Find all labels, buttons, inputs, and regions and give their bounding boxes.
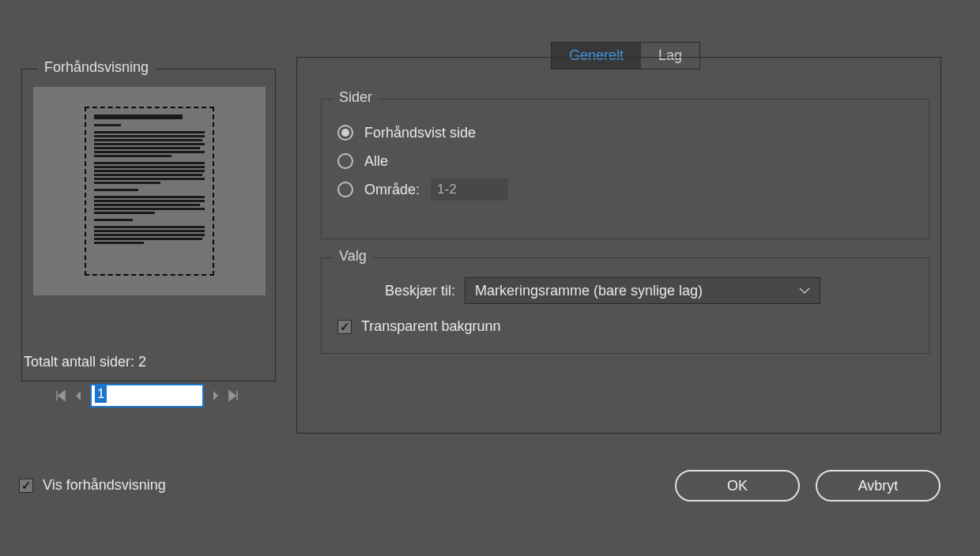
range-input[interactable]: [431, 178, 508, 201]
ok-button[interactable]: OK: [675, 470, 800, 502]
crop-dropdown-value: Markeringsramme (bare synlige lag): [475, 283, 703, 299]
show-preview-row: Vis forhåndsvisning: [19, 477, 166, 494]
crop-label: Beskjær til:: [385, 283, 455, 299]
preview-legend: Forhåndsvisning: [38, 59, 155, 76]
total-pages-label: Totalt antall sider: 2: [24, 354, 146, 370]
transparent-bg-checkbox[interactable]: [337, 320, 352, 334]
next-page-icon[interactable]: [212, 389, 220, 402]
chevron-down-icon: [799, 287, 810, 295]
radio-all[interactable]: [337, 153, 353, 169]
radio-range-label: Område:: [364, 182, 420, 198]
show-preview-label: Vis forhåndsvisning: [43, 477, 166, 494]
radio-previewed[interactable]: [337, 125, 353, 141]
cancel-button[interactable]: Avbryt: [816, 470, 940, 502]
pages-legend: Sider: [333, 89, 379, 106]
transparent-bg-label: Transparent bakgrunn: [361, 318, 500, 335]
pages-group: Sider Forhåndsvist side Alle Område:: [321, 99, 929, 239]
radio-row-range: Område:: [322, 175, 929, 204]
page-input[interactable]: 1: [90, 384, 204, 408]
crop-dropdown[interactable]: Markeringsramme (bare synlige lag): [465, 277, 820, 304]
page-nav: 1: [55, 384, 239, 408]
radio-range[interactable]: [337, 182, 353, 197]
radio-row-previewed: Forhåndsvist side: [322, 118, 929, 147]
preview-area: [33, 87, 266, 295]
dialog-buttons: OK Avbryt: [675, 470, 940, 502]
preview-document: [85, 107, 214, 276]
options-group: Valg Beskjær til: Markeringsramme (bare …: [321, 257, 929, 354]
preview-group: Forhåndsvisning 1: [21, 69, 276, 381]
prev-page-icon[interactable]: [74, 389, 82, 402]
show-preview-checkbox[interactable]: [19, 479, 33, 493]
radio-previewed-label: Forhåndsvist side: [364, 125, 476, 141]
last-page-icon[interactable]: [228, 389, 239, 402]
radio-all-label: Alle: [364, 153, 388, 170]
options-legend: Valg: [333, 248, 373, 265]
first-page-icon[interactable]: [55, 389, 66, 402]
page-input-value: 1: [95, 385, 107, 403]
radio-row-all: Alle: [322, 147, 929, 175]
